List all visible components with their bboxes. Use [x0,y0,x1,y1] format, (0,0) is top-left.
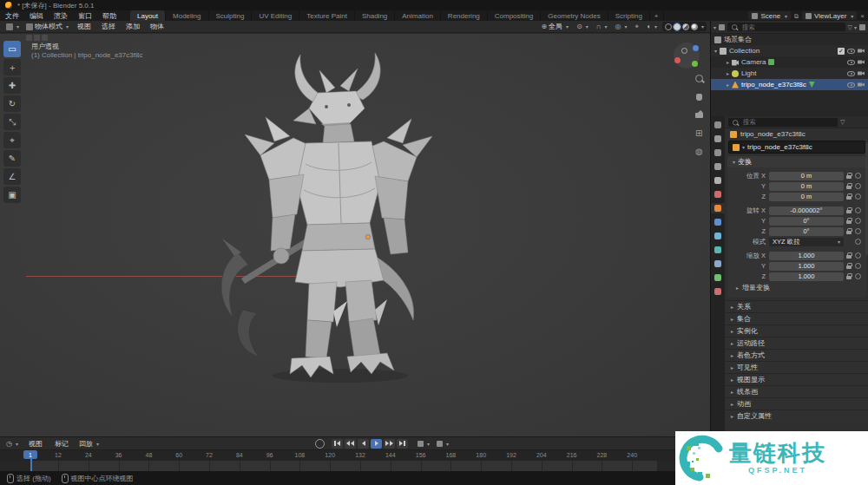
section-row[interactable]: 线条画 [725,385,868,397]
remove-viewlayer-button[interactable] [860,12,865,20]
timeline-menu-view[interactable]: 视图 [24,439,47,449]
transform-tool[interactable]: ⌖ [3,132,21,148]
eye-icon[interactable] [847,71,855,76]
viewport-menu-select[interactable]: 选择 [97,22,120,31]
transform-panel-header[interactable]: 变换 [727,156,866,167]
gizmo-y-axis[interactable] [692,61,698,67]
tab-geometry-nodes[interactable]: Geometry Nodes [541,10,608,21]
number-field[interactable]: 1.000 [769,262,844,271]
outliner-row-active-object[interactable]: tripo_node_e37c3f8c [711,79,868,90]
output-tab[interactable] [711,147,725,158]
outliner-row-camera[interactable]: Camera [711,56,868,68]
scene-selector[interactable]: Scene [748,11,791,20]
mode-dropdown[interactable]: 物体模式 [23,22,71,32]
show-gizmo-toggle[interactable]: ⌖ [633,22,642,32]
editor-type-button[interactable] [3,22,22,32]
add-cube-tool[interactable]: ▣ [3,187,21,203]
toggle-icon[interactable] [42,35,48,41]
scene-tab[interactable] [711,175,725,186]
viewport-menu-add[interactable]: 添加 [122,22,144,31]
auto-key-button[interactable] [315,439,325,449]
playback-popover[interactable]: 回放 [76,438,102,449]
section-row[interactable]: 自定义属性 [725,410,868,422]
eye-icon[interactable] [847,82,855,88]
section-row[interactable]: 关系 [725,300,868,312]
scale-tool[interactable]: ⤡ [3,114,21,130]
tab-modeling[interactable]: Modeling [166,10,208,21]
overlays-dropdown[interactable]: ◐ [644,22,660,32]
number-field[interactable]: 0 m [769,193,844,201]
lock-icon[interactable] [846,193,852,200]
timeline-menu-marker[interactable]: 标记 [50,439,73,449]
eye-icon[interactable] [847,49,855,54]
modifier-tab[interactable] [711,217,725,227]
tab-layout[interactable]: Layout [130,10,166,21]
section-row[interactable]: 着色方式 [725,349,868,361]
number-field[interactable]: 1.000 [769,252,844,260]
object-expand-arrow[interactable] [727,81,729,88]
section-row[interactable]: 集合 [725,312,868,324]
render-tab[interactable] [711,134,725,144]
prev-keyframe-button[interactable] [345,439,356,449]
new-collection-button[interactable] [859,24,865,30]
play-button[interactable] [371,439,382,449]
lock-icon[interactable] [846,173,852,179]
outliner-row-scene-collection[interactable]: 场景集合 [711,34,868,45]
render-visibility-icon[interactable] [858,71,865,76]
outliner-search[interactable] [727,23,845,31]
outliner-filter-dropdown[interactable] [848,23,857,31]
new-scene-button[interactable] [794,12,799,20]
camera-expand-arrow[interactable] [727,58,729,66]
properties-search[interactable] [728,118,838,127]
cursor-tool[interactable]: ＋ [3,59,21,75]
tab-sculpting[interactable]: Sculpting [209,10,253,21]
animate-dot[interactable] [855,207,861,213]
menu-window[interactable]: 窗口 [73,10,97,21]
menu-edit[interactable]: 编辑 [24,10,49,21]
pan-hand-icon[interactable] [694,92,705,102]
proportional-edit-dropdown[interactable]: ◎ [613,22,630,32]
gizmo-x-axis[interactable] [674,57,681,63]
jump-to-end-button[interactable] [397,439,408,449]
render-visibility-icon[interactable] [858,60,865,65]
object-name-field[interactable]: tripo_node_e37c3f8c [728,141,865,154]
number-field[interactable]: 0° [769,217,844,226]
toggle-icon[interactable] [26,35,32,41]
material-shading-button[interactable] [682,23,689,30]
tab-shading[interactable]: Shading [355,10,395,21]
section-row[interactable]: 运动路径 [725,337,868,349]
wireframe-shading-button[interactable] [665,23,672,30]
world-tab[interactable] [711,189,725,200]
add-workspace-button[interactable]: + [650,10,664,21]
viewport-canvas[interactable]: ▭＋✚↻⤡⌖✎∠▣ 用户透视 (1) Collection | tripo_no… [0,34,710,436]
lock-icon[interactable] [846,263,852,269]
zoom-icon[interactable] [694,74,705,84]
keying-set-dropdown[interactable] [415,438,432,449]
timeline-editor-type-button[interactable]: ◷ [3,438,21,449]
delta-transform-subpanel[interactable]: 增量变换 [727,282,863,292]
move-tool[interactable]: ✚ [3,77,21,94]
tab-animation[interactable]: Animation [395,10,441,21]
particles-tab[interactable] [711,231,725,241]
snap-playhead-dropdown[interactable] [434,438,451,449]
measure-tool[interactable]: ∠ [3,168,21,185]
constraints-tab[interactable] [711,259,725,269]
animate-dot[interactable] [855,218,861,224]
ortho-toggle-icon[interactable] [694,128,705,139]
outliner-display-mode-dropdown[interactable] [713,23,716,31]
lock-icon[interactable] [846,273,852,279]
light-expand-arrow[interactable] [727,69,729,77]
tool-tab[interactable] [711,120,725,130]
lock-icon[interactable] [846,228,852,234]
tab-rendering[interactable]: Rendering [441,10,488,21]
object-tab[interactable] [711,203,725,213]
shading-sphere-icon[interactable] [694,147,705,157]
viewport-menu-object[interactable]: 物体 [146,22,168,31]
rendered-shading-button[interactable] [691,23,698,30]
animate-dot[interactable] [855,263,861,269]
outliner-row-light[interactable]: Light [711,68,868,79]
number-field[interactable]: -0.000002° [769,206,844,215]
eye-icon[interactable] [847,60,855,65]
transform-orientation-dropdown[interactable]: ⊕全局 [538,22,571,32]
annotate-tool[interactable]: ✎ [3,150,21,167]
